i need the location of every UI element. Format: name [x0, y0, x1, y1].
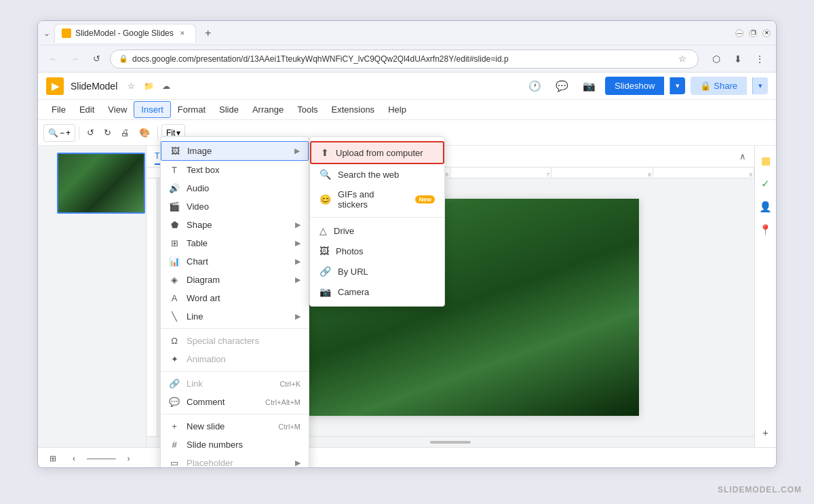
insert-link-label: Link	[187, 379, 203, 389]
insert-chart-item[interactable]: 📊 Chart ▶	[161, 252, 309, 271]
paint-format-button[interactable]: 🎨	[135, 123, 154, 142]
menu-help[interactable]: Help	[381, 102, 413, 117]
photos-label: Photos	[336, 246, 363, 256]
camera-item[interactable]: 📷 Camera	[310, 282, 444, 302]
next-slide-button[interactable]: ›	[121, 451, 136, 466]
app-header-right: 🕐 💬 📷 Slideshow ▾ 🔒 Share ▾	[524, 75, 768, 97]
tab-close-button[interactable]: ✕	[178, 28, 187, 38]
comment-menu-icon: 💬	[169, 397, 180, 407]
shape-menu-icon: ⬟	[169, 220, 180, 230]
insert-diagram-item[interactable]: ◈ Diagram ▶	[161, 271, 309, 289]
menu-arrange[interactable]: Arrange	[246, 102, 290, 117]
reload-button[interactable]: ↺	[88, 51, 104, 67]
video-call-button[interactable]: 📷	[578, 75, 600, 97]
insert-link-item: 🔗 Link Ctrl+K	[161, 374, 309, 393]
browser-titlebar: ⌄ SlideModel - Google Slides ✕ + — ❐ ✕	[38, 21, 776, 45]
zoom-minus-btn[interactable]: −	[60, 128, 64, 138]
forward-button[interactable]: →	[66, 51, 83, 67]
slideshow-button[interactable]: Slideshow	[605, 77, 664, 95]
photos-item[interactable]: 🖼 Photos	[310, 241, 444, 261]
prev-slide-button[interactable]: ‹	[66, 451, 81, 466]
right-tasks-icon[interactable]: ✓	[756, 174, 775, 193]
insert-wordart-label: Word art	[187, 293, 220, 303]
minimize-button[interactable]: —	[735, 29, 743, 37]
upload-icon: ⬆	[321, 147, 329, 158]
menu-slide[interactable]: Slide	[212, 102, 246, 117]
menu-insert[interactable]: Insert	[134, 101, 171, 118]
canvas-collapse-button[interactable]: ∧	[739, 151, 746, 161]
insert-shape-item[interactable]: ⬟ Shape ▶	[161, 216, 309, 234]
insert-audio-item[interactable]: 🔊 Audio	[161, 179, 309, 197]
slide-thumbnail[interactable]	[57, 153, 145, 214]
star-icon[interactable]: ☆	[124, 79, 138, 93]
insert-slide-numbers-item[interactable]: # Slide numbers	[161, 435, 309, 454]
by-url-item[interactable]: 🔗 By URL	[310, 261, 444, 282]
print-button[interactable]: 🖨	[117, 123, 134, 142]
insert-line-item[interactable]: ╲ Line ▶	[161, 307, 309, 326]
insert-video-item[interactable]: 🎬 Video	[161, 197, 309, 216]
insert-wordart-item[interactable]: A Word art	[161, 289, 309, 307]
zoom-control[interactable]: 🔍 − +	[43, 124, 75, 142]
browser-tab[interactable]: SlideModel - Google Slides ✕	[54, 24, 196, 43]
insert-table-item[interactable]: ⊞ Table ▶	[161, 234, 309, 252]
window-controls: — ❐ ✕	[735, 29, 771, 37]
zoom-plus-btn[interactable]: +	[66, 128, 71, 138]
lock-share-icon: 🔒	[700, 81, 711, 91]
menu-view[interactable]: View	[101, 102, 134, 117]
insert-new-slide-item[interactable]: + New slide Ctrl+M	[161, 417, 309, 435]
insert-line-label: Line	[187, 311, 204, 322]
insert-textbox-item[interactable]: T Text box	[161, 161, 309, 179]
history-button[interactable]: 🕐	[524, 75, 545, 97]
cloud-icon[interactable]: ☁	[159, 79, 173, 93]
folder-icon[interactable]: 📁	[142, 79, 155, 93]
diagram-arrow-icon: ▶	[295, 275, 301, 284]
menu-file[interactable]: File	[45, 102, 73, 117]
tab-chevron-icon[interactable]: ⌄	[43, 28, 50, 38]
download-button[interactable]: ⬇	[729, 50, 748, 69]
slideshow-arrow-button[interactable]: ▾	[670, 77, 685, 94]
insert-menu: 🖼 Image ▶ T Text box 🔊 Audio 🎬 Video ⬟ S…	[160, 136, 309, 468]
insert-comment-item[interactable]: 💬 Comment Ctrl+Alt+M	[161, 393, 309, 411]
grid-view-button[interactable]: ⊞	[45, 450, 61, 467]
titlebar-left: ⌄	[43, 28, 50, 38]
bookmark-icon[interactable]: ☆	[675, 52, 690, 66]
redo-button[interactable]: ↻	[100, 123, 115, 142]
address-bar[interactable]: 🔒 docs.google.com/presentation/d/13AAei1…	[110, 50, 699, 69]
share-arrow-button[interactable]: ▾	[752, 77, 768, 94]
insert-animation-item: ✦ Animation	[161, 350, 309, 368]
toolbar-divider-2	[157, 126, 158, 140]
zoom-search-icon: 🔍	[48, 128, 58, 138]
back-button[interactable]: ←	[45, 51, 61, 67]
restore-button[interactable]: ❐	[749, 29, 757, 37]
new-tab-button[interactable]: +	[200, 25, 216, 41]
menu-format[interactable]: Format	[171, 102, 212, 117]
extensions-button[interactable]: ⬡	[707, 50, 726, 69]
menu-edit[interactable]: Edit	[73, 102, 101, 117]
shape-arrow-icon: ▶	[295, 220, 301, 229]
share-button[interactable]: 🔒 Share	[691, 77, 747, 95]
menu-extensions[interactable]: Extensions	[325, 102, 382, 117]
app-logo: ▶	[46, 77, 64, 95]
table-arrow-icon: ▶	[295, 239, 301, 248]
menu-tools[interactable]: Tools	[290, 102, 324, 117]
insert-slide-numbers-label: Slide numbers	[187, 440, 243, 450]
comment-button[interactable]: 💬	[551, 75, 573, 97]
right-contacts-icon[interactable]: 👤	[756, 197, 775, 216]
right-maps-icon[interactable]: 📍	[756, 220, 775, 239]
search-web-item[interactable]: 🔍 Search the web	[310, 164, 444, 185]
upload-computer-item[interactable]: ⬆ Upload from computer	[310, 141, 444, 164]
insert-image-item[interactable]: 🖼 Image ▶	[161, 141, 309, 161]
drive-item[interactable]: △ Drive	[310, 220, 444, 241]
right-add-button[interactable]: +	[756, 423, 775, 442]
ruler-tick-4: 7	[450, 168, 551, 178]
gifs-stickers-item[interactable]: 😊 GIFs and stickers New	[310, 185, 444, 214]
photos-icon: 🖼	[319, 246, 329, 256]
ruler-tick-6: 9	[653, 168, 754, 178]
horizontal-scrollbar[interactable]	[430, 441, 471, 444]
close-window-button[interactable]: ✕	[762, 29, 771, 37]
undo-button[interactable]: ↺	[83, 123, 98, 142]
image-submenu: ⬆ Upload from computer 🔍 Search the web …	[309, 136, 445, 307]
app-header: ▶ SlideModel ☆ 📁 ☁ 🕐 💬 📷 Slideshow ▾ 🔒 S…	[38, 73, 776, 100]
chrome-menu-button[interactable]: ⋮	[750, 50, 769, 69]
right-slides-icon[interactable]: ▦	[756, 151, 775, 170]
